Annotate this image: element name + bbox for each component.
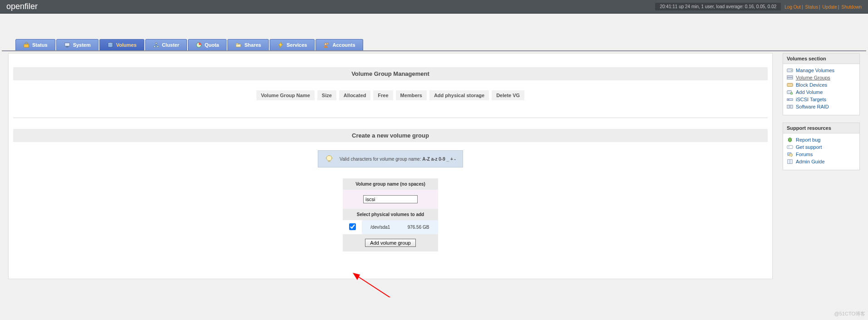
cluster-icon	[153, 42, 159, 48]
sidebar-item-block-devices[interactable]: Block Devices	[787, 81, 856, 89]
lightbulb-icon	[325, 154, 334, 163]
system-icon	[64, 42, 70, 48]
sidebar-item-volume-groups[interactable]: Volume Groups	[787, 74, 856, 81]
card-icon	[787, 144, 793, 150]
svg-point-11	[325, 43, 327, 45]
logout-link[interactable]: Log Out	[784, 5, 801, 10]
support-resources-title: Support resources	[783, 123, 859, 133]
svg-marker-16	[353, 273, 360, 280]
col-vg-name: Volume Group Name	[256, 90, 315, 100]
svg-rect-30	[788, 146, 790, 148]
main-content: Volume Group Management Volume Group Nam…	[8, 53, 773, 279]
quota-icon	[196, 42, 202, 48]
pv-size: 976.56 GB	[399, 220, 438, 234]
shares-icon	[235, 42, 242, 48]
svg-rect-20	[787, 78, 793, 79]
svg-rect-1	[64, 43, 69, 46]
create-vg-heading: Create a new volume group	[13, 129, 768, 142]
shutdown-link[interactable]: Shutdown	[842, 5, 862, 10]
tab-status[interactable]: Status	[15, 39, 55, 50]
sidebar-item-manage-volumes[interactable]: Manage Volumes	[787, 67, 856, 74]
pv-device: /dev/sda1	[362, 220, 399, 234]
topbar: openfiler 20:41:11 up 24 min, 1 user, lo…	[0, 0, 868, 14]
col-delete-vg: Delete VG	[492, 90, 524, 100]
svg-point-28	[789, 138, 792, 142]
svg-point-13	[326, 156, 332, 161]
svg-rect-2	[66, 47, 68, 48]
vg-table-headers: Volume Group Name Size Allocated Free Me…	[254, 88, 527, 103]
drive-icon	[787, 68, 793, 73]
status-link[interactable]: Status	[805, 5, 818, 10]
annotation-arrow	[349, 269, 408, 297]
add-volume-icon	[787, 89, 793, 95]
svg-marker-10	[279, 42, 283, 48]
tab-services[interactable]: Services	[270, 39, 315, 50]
svg-rect-9	[236, 44, 238, 45]
sidebar-item-add-volume[interactable]: Add Volume	[787, 89, 856, 96]
col-allocated: Allocated	[339, 90, 371, 100]
sidebar-item-get-support[interactable]: Get support	[787, 143, 856, 151]
svg-rect-25	[788, 99, 789, 100]
vg-management-heading: Volume Group Management	[13, 67, 768, 80]
sidebar-item-admin-guide[interactable]: Admin Guide	[787, 158, 856, 165]
sidebar-item-report-bug[interactable]: Report bug	[787, 136, 856, 143]
volumes-section-panel: Volumes section Manage Volumes Volume Gr…	[783, 53, 860, 115]
col-free: Free	[373, 90, 393, 100]
sidebar-item-forums[interactable]: Forums	[787, 151, 856, 158]
col-size: Size	[317, 90, 336, 100]
volumes-icon	[107, 42, 113, 48]
create-vg-form: Volume group name (no spaces) Select phy…	[343, 178, 438, 251]
brand-logo: openfiler	[6, 2, 38, 11]
svg-rect-26	[787, 105, 789, 108]
select-pv-header: Select physical volumes to add	[343, 209, 438, 220]
svg-point-12	[327, 43, 329, 44]
update-link[interactable]: Update	[823, 5, 837, 10]
add-volume-group-button[interactable]: Add volume group	[365, 239, 415, 247]
tab-shares[interactable]: Shares	[227, 39, 269, 50]
pv-checkbox[interactable]	[349, 223, 356, 230]
svg-point-18	[791, 70, 792, 71]
bug-icon	[787, 137, 793, 143]
accounts-icon	[323, 42, 330, 48]
tab-system[interactable]: System	[56, 39, 99, 50]
book-icon	[787, 159, 793, 164]
services-icon	[277, 42, 284, 48]
svg-rect-21	[787, 84, 793, 87]
main-tabs: Status System Volumes Cluster Quota Shar…	[15, 39, 868, 50]
svg-rect-14	[328, 160, 330, 162]
top-action-links: Log Out| Status| Update| Shutdown	[784, 4, 862, 10]
sidebar-item-software-raid[interactable]: Software RAID	[787, 103, 856, 110]
status-icon	[23, 42, 30, 48]
col-members: Members	[396, 90, 427, 100]
svg-rect-27	[790, 105, 793, 108]
divider	[13, 118, 768, 118]
system-uptime-status: 20:41:11 up 24 min, 1 user, load average…	[655, 3, 781, 10]
valid-chars-hint: Valid characters for volume group name: …	[318, 150, 463, 167]
sidebar-item-iscsi-targets[interactable]: iSCSI Targets	[787, 96, 856, 103]
chat-icon	[787, 152, 793, 157]
svg-point-6	[155, 43, 157, 44]
col-add-phys: Add physical storage	[429, 90, 489, 100]
raid-icon	[787, 104, 793, 109]
vg-name-header: Volume group name (no spaces)	[343, 178, 438, 190]
support-resources-panel: Support resources Report bug Get support…	[783, 123, 860, 170]
svg-rect-19	[787, 76, 793, 78]
svg-line-15	[356, 276, 406, 297]
block-device-icon	[787, 82, 793, 88]
vg-name-input[interactable]	[363, 195, 418, 203]
volumes-section-title: Volumes section	[783, 54, 859, 64]
svg-rect-0	[24, 44, 29, 47]
tab-cluster[interactable]: Cluster	[145, 39, 187, 50]
drives-stack-icon	[787, 75, 793, 80]
tab-quota[interactable]: Quota	[188, 39, 227, 50]
tab-volumes[interactable]: Volumes	[99, 39, 144, 50]
iscsi-icon	[787, 97, 793, 102]
tab-accounts[interactable]: Accounts	[316, 39, 363, 50]
